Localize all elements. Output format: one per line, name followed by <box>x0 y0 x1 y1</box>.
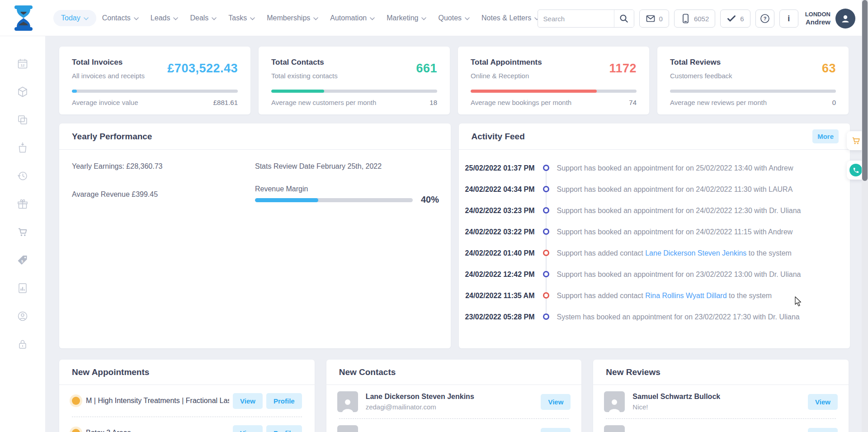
appointment-row: M | High Intensity Treatments | Fraction… <box>59 385 315 417</box>
search-button[interactable] <box>614 10 634 27</box>
info-icon: i <box>788 14 790 24</box>
user-name: Andrew <box>805 18 830 27</box>
stat-footer-label: Average new customers per month <box>271 99 376 106</box>
appointment-row: Botox 3 Areas View Profile <box>59 417 315 432</box>
view-button[interactable]: View <box>233 425 263 432</box>
app-logo-icon[interactable] <box>13 5 34 31</box>
stat-value: 63 <box>822 62 836 80</box>
view-button[interactable]: View <box>541 428 571 432</box>
phone-circle <box>849 164 862 176</box>
stat-footer-value: £881.61 <box>213 99 238 106</box>
feed-item: 24/02/2022 11:35 AMSupport has added con… <box>459 285 850 306</box>
stat-title: Total Appointments <box>471 58 542 67</box>
chevron-down-icon <box>313 17 318 20</box>
timeline-dot-contact <box>543 250 549 256</box>
view-button[interactable]: View <box>541 394 571 410</box>
new-appointments-panel: New Appointments M | High Intensity Trea… <box>59 360 315 432</box>
nav-memberships[interactable]: Memberships <box>261 10 324 26</box>
tasks-counter-button[interactable]: 6 <box>720 9 750 28</box>
yearly-earnings: Yearly Earnings: £28,360.73 <box>72 162 162 171</box>
status-dot-icon <box>72 397 80 405</box>
info-button[interactable]: i <box>779 9 798 28</box>
nav-tasks[interactable]: Tasks <box>222 10 261 26</box>
shopping-bag-icon[interactable] <box>17 142 28 154</box>
nav-leads[interactable]: Leads <box>145 10 184 26</box>
stat-value: 1172 <box>609 62 637 80</box>
progress-fill <box>72 90 77 93</box>
revenue-margin-value: 40% <box>421 195 439 205</box>
package-icon[interactable] <box>17 86 28 98</box>
nav-contacts[interactable]: Contacts <box>96 10 145 26</box>
history-icon[interactable] <box>17 170 28 182</box>
chevron-down-icon <box>370 17 375 20</box>
stat-footer-value: 74 <box>629 99 637 106</box>
panel-title: New Contacts <box>339 367 396 377</box>
feed-item: 24/02/2022 04:34 PMSupport has booked an… <box>459 179 850 200</box>
feed-item: 23/02/2022 05:28 PMSystem has booked an … <box>459 306 850 328</box>
panel-title: Yearly Performance <box>72 132 152 142</box>
more-button[interactable]: More <box>812 129 839 143</box>
feed-item: 25/02/2022 01:37 PMSupport has booked an… <box>459 157 850 179</box>
stat-title: Total Invoices <box>72 58 145 67</box>
contact-link[interactable]: Rina Rollins Wyatt Dillard <box>645 292 726 299</box>
envelope-icon <box>646 14 656 24</box>
contact-row: Lane Dickerson Steven Jenkinszedagi@mail… <box>326 385 582 418</box>
stat-subtitle: Online & Reception <box>471 72 542 80</box>
cart-icon[interactable] <box>17 226 28 238</box>
nav-quotes[interactable]: Quotes <box>432 10 476 26</box>
calendar-icon[interactable]: 12 <box>17 58 28 70</box>
help-button[interactable]: ? <box>755 9 774 28</box>
timeline-dot-appointment <box>543 313 549 320</box>
lock-icon[interactable] <box>17 338 28 350</box>
chevron-down-icon <box>84 17 89 20</box>
left-sidebar: 12 $ <box>0 36 45 432</box>
nav-notes-letters[interactable]: Notes & Letters <box>476 10 545 26</box>
reviewer-name: Samuel Schwartz Bullock <box>632 393 804 401</box>
progress-track <box>471 90 637 93</box>
view-button[interactable]: View <box>233 393 263 409</box>
scrollbar-track[interactable] <box>862 0 868 432</box>
smartphone-icon <box>680 14 690 24</box>
stats-row: Total InvoicesAll invoices and receipts£… <box>59 47 849 114</box>
gift-icon[interactable] <box>17 198 28 210</box>
price-tag-icon[interactable]: $ <box>17 254 28 266</box>
search-icon <box>619 14 629 24</box>
contact-row: Rina Rollins Wyatt Dillard View <box>326 419 582 432</box>
profile-button[interactable]: Profile <box>266 393 302 409</box>
stat-footer-label: Average new reviews per month <box>670 99 767 106</box>
nav-today[interactable]: Today <box>53 10 96 26</box>
view-button[interactable]: View <box>808 394 838 410</box>
chevron-down-icon <box>421 17 426 20</box>
inbox-counter-button[interactable]: 0 <box>639 9 669 28</box>
report-icon[interactable] <box>17 282 28 294</box>
view-button[interactable]: View <box>808 428 838 432</box>
calls-counter-button[interactable]: 6052 <box>674 9 715 28</box>
avatar <box>604 425 625 432</box>
feed-item: 24/02/2022 12:42 PMSupport has booked an… <box>459 264 850 285</box>
timeline-dot-appointment <box>543 207 549 214</box>
nav-automation[interactable]: Automation <box>324 10 381 26</box>
copy-icon[interactable] <box>17 114 28 126</box>
new-reviews-panel: New Reviews Samuel Schwartz BullockNice!… <box>593 360 849 432</box>
timeline-dot-appointment <box>543 165 549 171</box>
progress-track <box>72 90 238 93</box>
svg-text:?: ? <box>763 16 766 21</box>
avatar <box>604 391 625 412</box>
stat-value: 661 <box>416 62 437 80</box>
account-icon[interactable] <box>17 310 28 322</box>
stat-card-total-contacts: Total ContactsTotal existing contacts661… <box>259 47 450 114</box>
user-avatar[interactable] <box>835 9 855 28</box>
nav-deals[interactable]: Deals <box>184 10 222 26</box>
contact-link[interactable]: Lane Dickerson Steven Jenkins <box>645 249 746 257</box>
profile-button[interactable]: Profile <box>266 425 302 432</box>
revenue-margin-fill <box>255 198 318 202</box>
scrollbar-thumb[interactable] <box>862 0 868 181</box>
stats-review-date: Stats Review Date February 25th, 2022 <box>255 162 382 171</box>
timeline-dot-appointment <box>543 271 549 277</box>
nav-marketing[interactable]: Marketing <box>381 10 432 26</box>
svg-text:12: 12 <box>21 63 25 67</box>
activity-feed-list: 25/02/2022 01:37 PMSupport has booked an… <box>459 150 850 328</box>
stat-title: Total Reviews <box>670 58 732 67</box>
activity-feed-panel: Activity Feed More 25/02/2022 01:37 PMSu… <box>459 123 850 348</box>
search-input[interactable] <box>538 15 614 23</box>
